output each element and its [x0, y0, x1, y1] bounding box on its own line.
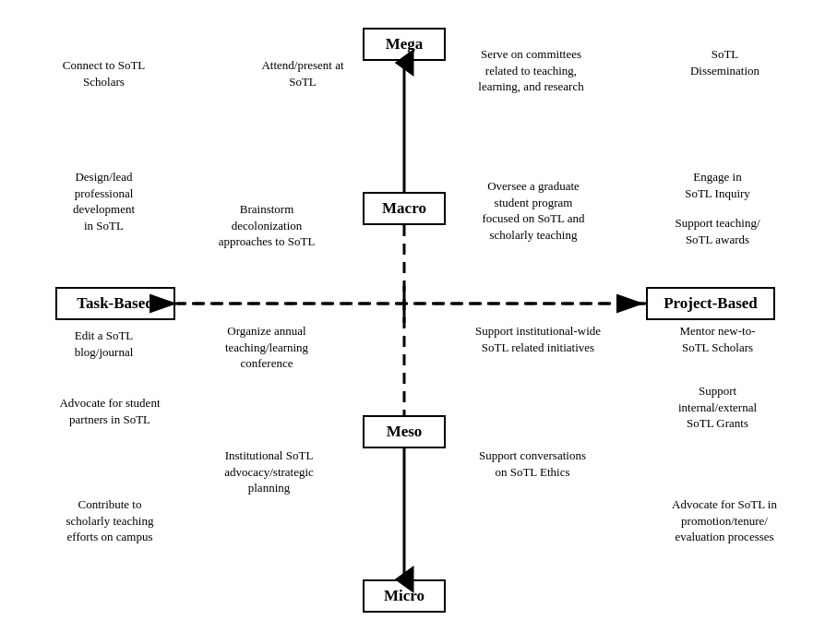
organize-annual-label: Organize annualteaching/learningconferen…	[194, 323, 340, 372]
support-institutional-label: Support institutional-wideSoTL related i…	[450, 323, 626, 355]
project-based-box: Project-Based	[646, 287, 775, 320]
mega-box: Mega	[363, 28, 446, 61]
support-teaching-label: Support teaching/SoTL awards	[646, 215, 789, 247]
institutional-sotl-label: Institutional SoTLadvocacy/strategicplan…	[194, 447, 344, 496]
edit-sotl-label: Edit a SoTLblog/journal	[42, 328, 166, 360]
attend-sotl-label: Attend/present atSoTL	[238, 57, 367, 89]
task-based-label: Task-Based	[77, 294, 153, 313]
brainstorm-label: Brainstormdecolonizationapproaches to So…	[194, 201, 340, 250]
sotl-dissemination-label: SoTLDissemination	[663, 46, 787, 78]
meso-box: Meso	[363, 415, 446, 448]
macro-box: Macro	[363, 192, 446, 225]
advocate-sotl-promo-label: Advocate for SoTL inpromotion/tenure/eva…	[646, 496, 803, 545]
diagram: Mega Macro Meso Micro Task-Based Project…	[0, 0, 825, 644]
meso-label: Meso	[387, 423, 423, 441]
support-conversations-label: Support conversationson SoTL Ethics	[450, 447, 615, 480]
mega-label: Mega	[386, 35, 424, 54]
project-based-label: Project-Based	[664, 294, 758, 313]
connect-sotl-label: Connect to SoTLScholars	[42, 57, 166, 89]
contribute-scholarly-label: Contribute toscholarly teachingefforts o…	[42, 496, 178, 545]
support-internal-label: Supportinternal/externalSoTL Grants	[646, 383, 789, 432]
design-lead-label: Design/leadprofessionaldevelopmentin SoT…	[42, 169, 166, 233]
engage-sotl-label: Engage inSoTL Inquiry	[646, 169, 789, 201]
micro-box: Micro	[363, 579, 446, 613]
micro-label: Micro	[384, 587, 424, 605]
oversee-graduate-label: Oversee a graduatestudent programfocused…	[450, 178, 616, 243]
task-based-box: Task-Based	[55, 287, 175, 320]
arrows-svg	[0, 0, 825, 644]
mentor-new-label: Mentor new-to-SoTL Scholars	[646, 323, 789, 355]
serve-committees-label: Serve on committeesrelated to teaching,l…	[450, 46, 612, 95]
advocate-student-label: Advocate for studentpartners in SoTL	[42, 395, 178, 427]
macro-label: Macro	[382, 199, 426, 218]
